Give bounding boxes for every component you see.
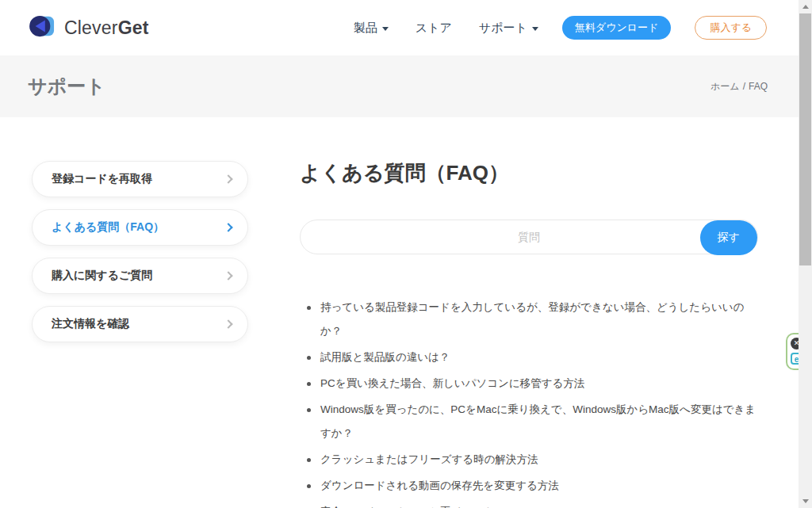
chevron-right-icon bbox=[224, 319, 232, 328]
vertical-scrollbar[interactable] bbox=[799, 0, 812, 508]
sidebar-item-label: 登録コードを再取得 bbox=[52, 172, 225, 186]
sidebar-item-label: 注文情報を確認 bbox=[52, 317, 225, 331]
chevron-right-icon bbox=[224, 271, 232, 280]
search-input[interactable] bbox=[301, 220, 757, 254]
brand-name: CleverGet bbox=[64, 17, 149, 39]
faq-item-text: ダウンロードされる動画の保存先を変更する方法 bbox=[320, 479, 559, 491]
chevron-right-icon bbox=[224, 174, 232, 183]
scroll-up-arrow-icon[interactable] bbox=[799, 0, 812, 13]
nav-item-support[interactable]: サポート bbox=[479, 21, 538, 36]
sidebar-item-retrieve-code[interactable]: 登録コードを再取得 bbox=[32, 161, 248, 197]
main-nav: 製品 ストア サポート bbox=[354, 21, 538, 36]
sidebar-item-purchase-questions[interactable]: 購入に関するご質問 bbox=[32, 258, 248, 294]
faq-list-item[interactable]: 持っている製品登録コードを入力しているが、登録ができない場合、どうしたらいいのか… bbox=[300, 296, 758, 343]
support-sidebar: 登録コードを再取得 よくある質問（FAQ） 購入に関するご質問 注文情報を確認 bbox=[32, 161, 248, 508]
bullet-icon bbox=[307, 484, 311, 488]
faq-list-item[interactable]: 試用版と製品版の違いは？ bbox=[300, 346, 758, 369]
scroll-down-arrow-icon[interactable] bbox=[799, 495, 812, 508]
breadcrumb-current: FAQ bbox=[749, 81, 768, 92]
sidebar-item-order-info[interactable]: 注文情報を確認 bbox=[32, 306, 248, 342]
sidebar-item-label: よくある質問（FAQ） bbox=[52, 220, 225, 235]
site-header: CleverGet 製品 ストア サポート 無料ダウンロード 購入する bbox=[0, 0, 812, 55]
faq-item-text: Windows版を買ったのに、PCをMacに乗り換えで、Windows版からMa… bbox=[320, 403, 756, 439]
buy-now-button[interactable]: 購入する bbox=[695, 16, 767, 40]
sidebar-item-label: 購入に関するご質問 bbox=[52, 269, 225, 283]
faq-list-item[interactable]: ダウンロードされる動画の保存先を変更する方法 bbox=[300, 474, 758, 498]
page-banner: サポート ホーム / FAQ bbox=[0, 55, 812, 117]
breadcrumb-home-link[interactable]: ホーム bbox=[710, 80, 740, 94]
faq-list-item[interactable]: クラッシュまたはフリーズする時の解決方法 bbox=[300, 448, 758, 472]
page-title: サポート bbox=[28, 74, 105, 99]
free-download-button[interactable]: 無料ダウンロード bbox=[562, 16, 672, 40]
bullet-icon bbox=[307, 356, 311, 360]
breadcrumb-separator: / bbox=[743, 81, 745, 92]
breadcrumb: ホーム / FAQ bbox=[710, 80, 768, 94]
cleverget-logo[interactable]: CleverGet bbox=[28, 14, 149, 41]
faq-list-item[interactable]: PCを買い換えた場合、新しいパソコンに移管する方法 bbox=[300, 372, 758, 395]
chevron-down-icon bbox=[532, 27, 538, 31]
sidebar-item-faq[interactable]: よくある質問（FAQ） bbox=[32, 209, 248, 246]
cleverget-logo-icon bbox=[28, 14, 58, 41]
bullet-icon bbox=[307, 306, 311, 310]
faq-heading: よくある質問（FAQ） bbox=[300, 161, 758, 185]
faq-item-text: 試用版と製品版の違いは？ bbox=[320, 351, 450, 363]
content-area: 登録コードを再取得 よくある質問（FAQ） 購入に関するご質問 注文情報を確認 … bbox=[0, 117, 812, 508]
faq-list-item[interactable]: 完全アンインストールと再インストール bbox=[300, 500, 758, 508]
faq-item-text: クラッシュまたはフリーズする時の解決方法 bbox=[320, 453, 538, 465]
faq-search-bar: 探す bbox=[300, 220, 758, 254]
faq-list: 持っている製品登録コードを入力しているが、登録ができない場合、どうしたらいいのか… bbox=[300, 296, 758, 508]
header-right: 製品 ストア サポート 無料ダウンロード 購入する bbox=[354, 16, 767, 40]
faq-item-text: 持っている製品登録コードを入力しているが、登録ができない場合、どうしたらいいのか… bbox=[320, 301, 744, 337]
nav-item-store[interactable]: ストア bbox=[416, 21, 452, 36]
faq-list-item[interactable]: Windows版を買ったのに、PCをMacに乗り換えで、Windows版からMa… bbox=[300, 398, 758, 445]
faq-item-text: PCを買い換えた場合、新しいパソコンに移管する方法 bbox=[320, 377, 584, 389]
bullet-icon bbox=[307, 408, 311, 412]
nav-label: 製品 bbox=[354, 21, 377, 36]
nav-item-products[interactable]: 製品 bbox=[354, 21, 389, 36]
nav-label: サポート bbox=[479, 21, 527, 36]
bullet-icon bbox=[307, 382, 311, 386]
chevron-down-icon bbox=[382, 27, 389, 31]
nav-label: ストア bbox=[416, 21, 452, 36]
bullet-icon bbox=[307, 458, 311, 462]
faq-main: よくある質問（FAQ） 探す 持っている製品登録コードを入力しているが、登録がで… bbox=[300, 161, 758, 508]
search-button[interactable]: 探す bbox=[700, 220, 757, 255]
chevron-right-icon bbox=[224, 223, 232, 231]
scrollbar-thumb[interactable] bbox=[799, 13, 811, 265]
